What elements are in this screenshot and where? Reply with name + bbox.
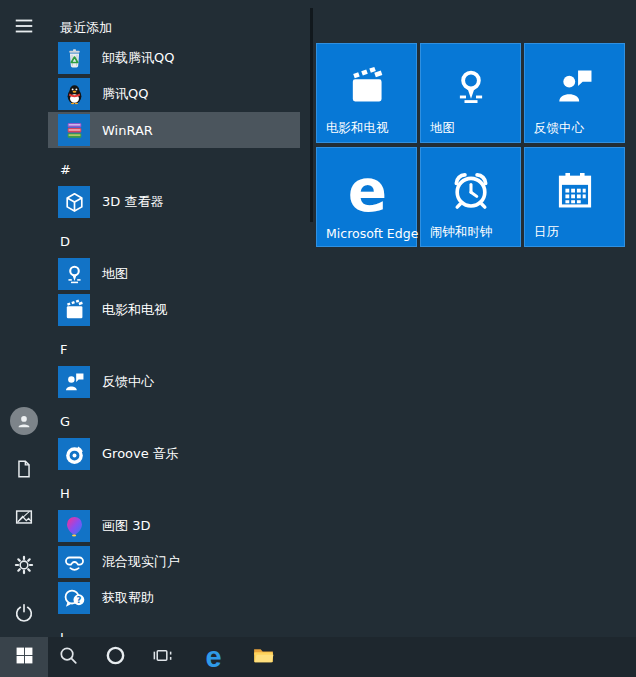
section-header-h[interactable]: H <box>60 484 70 504</box>
app-list-item-get-help[interactable]: ? 获取帮助 <box>48 580 300 616</box>
svg-text:?: ? <box>76 594 81 604</box>
app-list-item-movies-tv[interactable]: 电影和电视 <box>48 292 300 328</box>
qq-icon <box>58 78 90 110</box>
section-header-i[interactable]: I <box>60 628 64 637</box>
movies-tv-icon <box>317 56 416 118</box>
app-label: WinRAR <box>102 123 153 138</box>
app-list-item-paint-3d[interactable]: 画图 3D <box>48 508 300 544</box>
section-header-hash[interactable]: # <box>60 160 71 180</box>
app-list-item-mixed-reality[interactable]: 混合现实门户 <box>48 544 300 580</box>
pictures-button[interactable] <box>0 495 48 539</box>
section-header-f[interactable]: F <box>60 340 67 360</box>
app-label: 地图 <box>102 265 128 283</box>
documents-button[interactable] <box>0 447 48 491</box>
task-view-button[interactable] <box>139 637 185 677</box>
edge-icon: e <box>205 643 220 672</box>
feedback-hub-icon <box>58 366 90 398</box>
task-view-icon <box>151 644 174 670</box>
tile-feedback-hub[interactable]: 反馈中心 <box>524 43 625 143</box>
settings-button[interactable] <box>0 543 48 587</box>
app-list-item-uninstall-qq[interactable]: 卸载腾讯QQ <box>48 40 300 76</box>
app-label: Groove 音乐 <box>102 445 179 463</box>
app-label: 3D 查看器 <box>102 193 163 211</box>
tile-label: 反馈中心 <box>534 120 584 137</box>
groove-music-icon <box>58 438 90 470</box>
app-label: 反馈中心 <box>102 373 154 391</box>
calendar-icon <box>525 160 624 222</box>
start-menu-panel: 最近添加 卸载腾讯QQ 腾讯QQ WinRAR # 3D 查看器 <box>0 0 636 637</box>
tile-label: 电影和电视 <box>326 120 389 137</box>
document-icon <box>13 458 35 480</box>
app-label: 混合现实门户 <box>102 553 180 571</box>
app-list-item-qq[interactable]: 腾讯QQ <box>48 76 300 112</box>
windows-logo-icon <box>15 646 34 668</box>
app-list-item-feedback-hub[interactable]: 反馈中心 <box>48 364 300 400</box>
feedback-hub-icon <box>525 56 624 118</box>
taskbar-search-button[interactable] <box>45 637 91 677</box>
paint-3d-icon <box>58 510 90 542</box>
app-label: 获取帮助 <box>102 589 154 607</box>
app-list-scrollbar[interactable] <box>310 8 313 222</box>
tile-label: 闹钟和时钟 <box>430 224 493 241</box>
app-list-item-3d-viewer[interactable]: 3D 查看器 <box>48 184 300 220</box>
tile-microsoft-edge[interactable]: e Microsoft Edge <box>316 147 417 247</box>
section-header-d[interactable]: D <box>60 232 70 252</box>
hamburger-icon <box>13 15 35 37</box>
power-button[interactable] <box>0 591 48 635</box>
uninstall-qq-icon <box>58 42 90 74</box>
search-icon <box>57 644 80 670</box>
nav-rail <box>0 0 48 637</box>
file-explorer-button[interactable] <box>240 637 286 677</box>
tile-calendar[interactable]: 日历 <box>524 147 625 247</box>
pictures-icon <box>13 506 35 528</box>
tile-movies-tv[interactable]: 电影和电视 <box>316 43 417 143</box>
user-avatar-icon <box>10 407 38 435</box>
user-account-button[interactable] <box>0 399 48 443</box>
3d-viewer-icon <box>58 186 90 218</box>
maps-icon <box>58 258 90 290</box>
tile-label: Microsoft Edge <box>326 226 418 241</box>
power-icon <box>13 602 35 624</box>
app-label: 卸载腾讯QQ <box>102 49 174 67</box>
maps-icon <box>421 56 520 118</box>
winrar-icon <box>58 114 90 146</box>
expand-menu-button[interactable] <box>0 4 48 48</box>
taskbar: e <box>0 637 636 677</box>
app-label: 腾讯QQ <box>102 85 148 103</box>
taskbar-edge-button[interactable]: e <box>190 637 236 677</box>
app-list-item-winrar[interactable]: WinRAR <box>48 112 300 148</box>
section-header-g[interactable]: G <box>60 412 70 432</box>
start-button[interactable] <box>0 637 48 677</box>
windows-start-menu-screen: 最近添加 卸载腾讯QQ 腾讯QQ WinRAR # 3D 查看器 <box>0 0 636 677</box>
alarms-clock-icon <box>421 160 520 222</box>
cortana-circle-icon <box>104 644 127 670</box>
file-explorer-icon <box>251 643 276 671</box>
app-label: 画图 3D <box>102 517 150 535</box>
movies-tv-icon <box>58 294 90 326</box>
tile-alarms-clock[interactable]: 闹钟和时钟 <box>420 147 521 247</box>
section-header-recent[interactable]: 最近添加 <box>60 18 112 38</box>
edge-icon: e <box>317 160 416 222</box>
get-help-icon: ? <box>58 582 90 614</box>
app-list-item-groove-music[interactable]: Groove 音乐 <box>48 436 300 472</box>
app-label: 电影和电视 <box>102 301 167 319</box>
tile-label: 日历 <box>534 224 559 241</box>
tile-label: 地图 <box>430 120 455 137</box>
gear-icon <box>13 554 35 576</box>
mixed-reality-icon <box>58 546 90 578</box>
cortana-button[interactable] <box>92 637 138 677</box>
app-list-item-maps[interactable]: 地图 <box>48 256 300 292</box>
tile-maps[interactable]: 地图 <box>420 43 521 143</box>
